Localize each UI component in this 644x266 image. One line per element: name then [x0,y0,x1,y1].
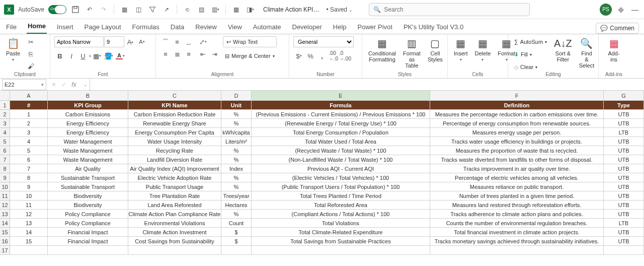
data-cell[interactable]: Biodiversity [48,191,128,201]
data-cell[interactable]: % [221,155,252,164]
data-cell[interactable]: Climate Action Investment [128,228,221,237]
data-cell[interactable]: Sustainable Transport [48,182,128,191]
data-cell[interactable]: Previous AQI - Current AQI [252,164,430,173]
qat-grid-icon[interactable]: ▦ [119,5,129,15]
avatar[interactable]: PS [600,4,612,16]
data-cell[interactable]: 12 [10,210,48,219]
insert-function-button[interactable]: fx [69,81,78,88]
row-header[interactable]: 17 [0,246,10,255]
column-header-F[interactable]: F [430,91,604,101]
increase-indent-button[interactable]: ⇥ [209,48,220,59]
data-cell[interactable]: 10 [10,191,48,201]
merge-center-button[interactable]: ⊟Merge & Center▾ [223,50,277,61]
formula-expand-icon[interactable]: ⌄ [82,82,90,87]
save-icon[interactable] [70,5,80,15]
data-cell[interactable]: Liters/m² [221,137,252,146]
sort-filter-button[interactable]: A↓ZSort & Filter [552,36,574,63]
data-cell[interactable]: Land Area Reforested [128,201,221,210]
row-header[interactable]: 15 [0,228,10,237]
row-header[interactable]: 1 [0,101,10,110]
data-cell[interactable]: Energy Efficiency [48,128,128,137]
data-cell[interactable]: Waste Management [48,146,128,155]
data-cell[interactable]: Biodiversity [48,201,128,210]
data-cell[interactable]: Sustainable Transport [48,173,128,182]
conditional-formatting-button[interactable]: ▦ Conditional Formatting [366,36,398,63]
row-header[interactable]: 8 [0,164,10,173]
header-cell[interactable]: # [10,101,48,110]
data-cell[interactable] [48,246,128,255]
data-cell[interactable]: Tree Plantation Rate [128,191,221,201]
data-cell[interactable]: Recycling Rate [128,146,221,155]
accounting-format-button[interactable]: $▾ [293,50,304,61]
decrease-decimal-button[interactable]: .0→.00 [340,50,351,61]
format-as-table-button[interactable]: ▥ Format as Table [401,36,423,70]
data-cell[interactable]: LTB [604,128,644,137]
data-cell[interactable]: 3 [10,128,48,137]
data-cell[interactable]: % [221,173,252,182]
delete-cells-button[interactable]: ▦Delete▾ [473,36,493,63]
data-cell[interactable]: Tracks waste diverted from landfills to … [430,155,604,164]
data-cell[interactable]: UTB [604,119,644,128]
data-cell[interactable]: LTB [604,219,644,228]
underline-button[interactable]: U [77,50,89,61]
data-cell[interactable]: 7 [10,164,48,173]
data-cell[interactable]: Waste Management [48,155,128,164]
column-header-A[interactable]: A [10,91,48,101]
file-name[interactable]: Climate Action KPI… [263,6,319,13]
data-cell[interactable]: UTB [604,191,644,201]
column-header-E[interactable]: E [252,91,430,101]
data-cell[interactable]: 14 [10,228,48,237]
tab-data[interactable]: Data [170,20,185,34]
qat-filter-icon[interactable] [147,5,157,15]
data-cell[interactable]: Water Management [48,137,128,146]
data-cell[interactable]: Count [221,219,252,228]
data-cell[interactable]: Policy Compliance [48,219,128,228]
data-cell[interactable]: $ [221,228,252,237]
data-cell[interactable] [604,246,644,255]
tab-power-pivot[interactable]: Power Pivot [357,20,393,34]
header-cell[interactable]: KPI Name [128,101,221,110]
data-cell[interactable]: (Renewable Energy / Total Energy Use) * … [252,119,430,128]
data-cell[interactable]: Measures the proportion of waste that is… [430,146,604,155]
data-cell[interactable]: UTB [604,164,644,173]
row-header[interactable]: 11 [0,191,10,201]
decrease-font-button[interactable]: A▾ [136,36,147,47]
tab-file[interactable]: File [5,20,18,34]
redo-icon[interactable]: ↷ [99,5,109,15]
name-box[interactable]: E22▾ [2,79,46,90]
autosum-button[interactable]: ∑AutoSum▾ [512,36,549,47]
search-box[interactable]: 🔍 [369,3,530,16]
data-cell[interactable]: 15 [10,237,48,246]
column-header-C[interactable]: C [128,91,221,101]
data-cell[interactable]: Number of trees planted in a given time … [430,191,604,201]
tab-automate[interactable]: Automate [252,20,282,34]
data-cell[interactable]: 5 [10,146,48,155]
tab-insert[interactable]: Insert [56,20,74,34]
data-cell[interactable]: Financial Impact [48,237,128,246]
qat-format-icon[interactable]: ▥▾ [210,5,220,15]
data-cell[interactable]: UTB [604,146,644,155]
header-cell[interactable]: Unit [221,101,252,110]
undo-icon[interactable]: ↶ [85,5,95,15]
data-cell[interactable]: Measures energy usage per person. [430,128,604,137]
clear-button[interactable]: ◇Clear▾ [512,61,549,73]
qat-share-icon[interactable]: ↗ [162,5,172,15]
row-header[interactable]: 2 [0,110,10,119]
italic-button[interactable]: I [66,50,77,61]
data-cell[interactable]: Total Violations [252,219,430,228]
data-cell[interactable]: UTB [604,173,644,182]
data-cell[interactable]: Percentage of energy consumption from re… [430,119,604,128]
column-header-B[interactable]: B [48,91,128,101]
data-cell[interactable]: (Non-Landfilled Waste / Total Waste) * 1… [252,155,430,164]
data-cell[interactable] [430,246,604,255]
data-cell[interactable] [128,246,221,255]
column-header-D[interactable]: D [221,91,252,101]
autosave-toggle[interactable]: On [48,5,66,14]
format-painter-button[interactable]: 🖌 [25,60,36,72]
data-cell[interactable]: Policy Compliance [48,210,128,219]
qat-link-icon[interactable]: ⎋ [182,5,192,15]
data-cell[interactable]: (Recycled Waste / Total Waste) * 100 [252,146,430,155]
row-header[interactable]: 6 [0,146,10,155]
formula-input[interactable] [90,79,644,90]
row-header[interactable]: 10 [0,182,10,191]
